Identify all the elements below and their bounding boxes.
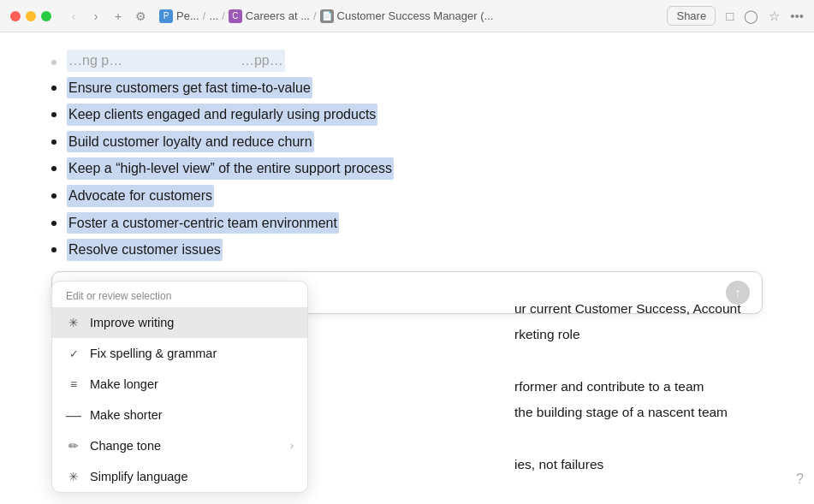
right-text-line (514, 350, 788, 372)
bullet-dot (51, 221, 56, 226)
improve-writing-icon: ✳ (66, 315, 81, 330)
more-icon[interactable]: ••• (790, 9, 804, 23)
list-item-text: Keep clients engaged and regularly using… (67, 104, 377, 126)
list-item: Keep a “high-level view” of the entire s… (51, 157, 763, 180)
nav-controls: ‹ › + ⚙ (65, 8, 149, 25)
back-button[interactable]: ‹ (65, 8, 82, 25)
bullet-dot (51, 247, 56, 252)
breadcrumb-sep-3: / (313, 9, 317, 22)
breadcrumb-sep-2: / (222, 9, 225, 22)
list-item-text: Foster a customer-centric team environme… (67, 212, 339, 234)
right-text-line: ies, not failures (514, 454, 788, 476)
breadcrumb-icon-pe: P (159, 9, 173, 23)
right-text-line: ur current Customer Success, Account (514, 298, 788, 320)
dropdown-item-make-shorter[interactable]: — Make shorter (52, 400, 307, 430)
right-text-line: rketing role (514, 323, 788, 346)
list-item: Resolve customer issues (51, 239, 763, 261)
make-shorter-icon: — (66, 407, 81, 423)
maximize-button[interactable] (41, 11, 51, 21)
simplify-icon: ✳ (66, 469, 81, 484)
titlebar-right: Share □ ◯ ☆ ••• (667, 6, 804, 26)
list-item: Advocate for customers (51, 185, 763, 207)
bullet-dot (51, 139, 56, 145)
search-icon[interactable]: ◯ (744, 9, 758, 24)
titlebar: ‹ › + ⚙ P Pe... / ... / C Careers at ...… (0, 0, 814, 33)
list-item-text: Keep a “high-level view” of the entire s… (67, 157, 394, 180)
window-icon[interactable]: □ (726, 9, 734, 23)
breadcrumb-icon-doc: 📄 (320, 9, 334, 23)
right-text-line (514, 428, 788, 450)
list-item: Foster a customer-centric team environme… (51, 212, 763, 234)
submenu-arrow-icon: › (290, 440, 294, 452)
breadcrumb-sep-1: / (203, 9, 206, 22)
right-text-line (514, 479, 788, 501)
bullet-list: Ensure customers get fast time-to-value … (51, 77, 763, 261)
change-tone-icon: ✏ (66, 438, 81, 454)
right-text-line: the building stage of a nascent team (514, 401, 788, 424)
bullet-dot (51, 166, 56, 171)
list-item-text: Advocate for customers (67, 185, 214, 207)
content-area: …ng p… …pp… Ensure customers get fast ti… (0, 33, 814, 504)
breadcrumb-careers[interactable]: Careers at ... (246, 9, 310, 22)
list-item: Keep clients engaged and regularly using… (51, 104, 763, 126)
close-button[interactable] (10, 11, 21, 21)
dropdown-item-make-longer[interactable]: ≡ Make longer (52, 369, 307, 400)
simplify-label: Simplify language (90, 470, 187, 483)
settings-button[interactable]: ⚙ (132, 8, 149, 25)
breadcrumb-pe[interactable]: Pe... (176, 9, 199, 22)
help-icon[interactable]: ? (796, 471, 804, 487)
breadcrumb-dots[interactable]: ... (209, 9, 218, 22)
dropdown-item-improve-writing[interactable]: ✳ Improve writing (52, 307, 307, 338)
bullet-dot (51, 112, 56, 117)
make-shorter-label: Make shorter (90, 408, 163, 422)
main-content: …ng p… …pp… Ensure customers get fast ti… (0, 33, 814, 504)
dropdown-item-change-tone[interactable]: ✏ Change tone › (52, 430, 307, 461)
make-longer-icon: ≡ (66, 377, 81, 392)
change-tone-label: Change tone (90, 439, 161, 453)
fix-spelling-label: Fix spelling & grammar (90, 347, 217, 360)
list-item-text: Build customer loyalty and reduce churn (67, 131, 314, 153)
right-text-area: ur current Customer Success, Account rke… (514, 298, 788, 504)
dropdown-label: Edit or review selection (52, 282, 307, 307)
list-item: Ensure customers get fast time-to-value (51, 77, 763, 99)
list-item-text: Ensure customers get fast time-to-value (67, 77, 312, 99)
forward-button[interactable]: › (87, 8, 104, 25)
bullet-dot (51, 86, 56, 91)
bullet-dot (51, 193, 56, 199)
make-longer-label: Make longer (90, 377, 158, 391)
minimize-button[interactable] (26, 11, 36, 21)
right-text-line: rformer and contribute to a team (514, 376, 788, 398)
share-button[interactable]: Share (667, 6, 716, 26)
faded-top-item: …ng p… …pp… (51, 50, 763, 72)
dropdown-item-simplify[interactable]: ✳ Simplify language (52, 461, 307, 492)
dropdown-item-fix-spelling[interactable]: ✓ Fix spelling & grammar (52, 338, 307, 369)
breadcrumb-icon-careers: C (229, 9, 242, 23)
improve-writing-label: Improve writing (90, 316, 174, 329)
traffic-lights (10, 11, 51, 21)
breadcrumb-current[interactable]: Customer Success Manager (... (337, 9, 494, 22)
ai-dropdown-menu: Edit or review selection ✳ Improve writi… (51, 281, 308, 493)
fix-spelling-icon: ✓ (66, 346, 81, 361)
breadcrumb: P Pe... / ... / C Careers at ... / 📄 Cus… (159, 9, 493, 23)
list-item-text: Resolve customer issues (67, 239, 223, 261)
star-icon[interactable]: ☆ (769, 9, 780, 24)
add-button[interactable]: + (110, 8, 127, 25)
list-item: Build customer loyalty and reduce churn (51, 131, 763, 153)
